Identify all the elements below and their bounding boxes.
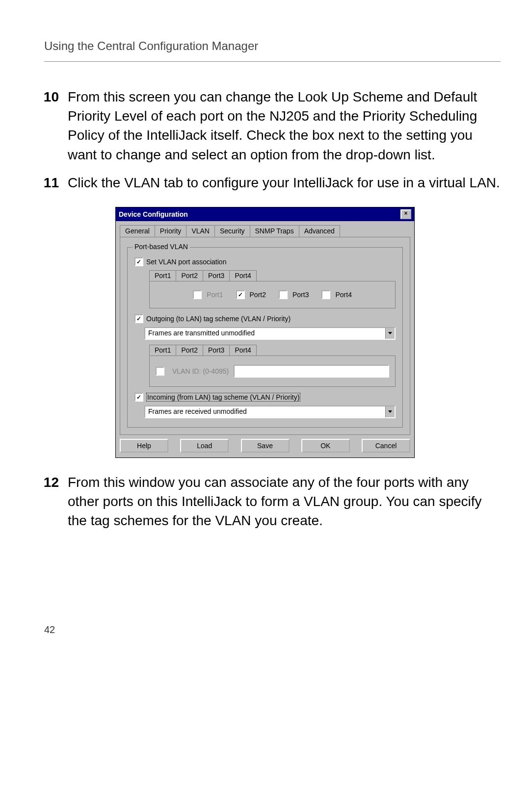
step-number: 10	[29, 87, 68, 164]
step-10: 10 From this screen you can change the L…	[29, 87, 501, 164]
incoming-dropdown[interactable]: Frames are received unmodified	[144, 406, 396, 418]
save-button[interactable]: Save	[241, 439, 290, 453]
port-tab-3[interactable]: Port3	[203, 270, 230, 281]
dialog-titlebar: Device Configuration ×	[116, 207, 414, 221]
assoc-port3-label: Port3	[292, 291, 309, 299]
groupbox-title: Port-based VLAN	[132, 243, 190, 251]
incoming-checkbox[interactable]	[134, 393, 143, 402]
incoming-dropdown-value: Frames are received unmodified	[145, 406, 385, 417]
vlanid-port-tab-2[interactable]: Port2	[176, 345, 203, 355]
port-tab-4[interactable]: Port4	[229, 270, 256, 281]
dropdown-arrow-icon[interactable]	[385, 328, 395, 339]
page-header: Using the Central Configuration Manager	[44, 39, 501, 53]
assoc-port2-checkbox[interactable]	[236, 290, 245, 299]
dialog-tabs: General Priority VLAN Security SNMP Trap…	[120, 225, 410, 237]
vlanid-label: VLAN ID: (0-4095)	[172, 367, 229, 375]
outgoing-dropdown-value: Frames are transmitted unmodified	[145, 328, 385, 339]
set-vlan-checkbox-row: Set VLAN port association	[134, 257, 396, 266]
step-text: From this screen you can change the Look…	[68, 87, 501, 164]
step-text: Click the VLAN tab to configure your Int…	[68, 173, 500, 192]
tab-snmp-traps[interactable]: SNMP Traps	[250, 225, 299, 237]
tab-advanced[interactable]: Advanced	[299, 225, 340, 237]
outgoing-checkbox[interactable]	[134, 314, 143, 323]
dialog-buttons: Help Load Save OK Cancel	[116, 439, 414, 457]
set-vlan-checkbox[interactable]	[134, 257, 143, 266]
assoc-port2-label: Port2	[250, 291, 266, 299]
page-number: 42	[44, 624, 55, 635]
step-11: 11 Click the VLAN tab to configure your …	[29, 173, 501, 192]
tab-content: Port-based VLAN Set VLAN port associatio…	[120, 237, 410, 435]
vlanid-port-tab-3[interactable]: Port3	[203, 345, 230, 355]
cancel-button[interactable]: Cancel	[362, 439, 410, 453]
help-button[interactable]: Help	[120, 439, 168, 453]
assoc-port3-checkbox[interactable]	[279, 290, 288, 299]
outgoing-label: Outgoing (to LAN) tag scheme (VLAN / Pri…	[146, 315, 291, 323]
tab-priority[interactable]: Priority	[155, 225, 187, 237]
step-number: 11	[29, 173, 68, 192]
assoc-port1-checkbox	[193, 290, 202, 299]
outgoing-dropdown[interactable]: Frames are transmitted unmodified	[144, 327, 396, 340]
load-button[interactable]: Load	[180, 439, 229, 453]
incoming-label: Incoming (from LAN) tag scheme (VLAN / P…	[146, 393, 300, 402]
tab-vlan[interactable]: VLAN	[186, 225, 215, 237]
assoc-port1-label: Port1	[207, 291, 223, 299]
port-tab-1[interactable]: Port1	[149, 270, 176, 281]
step-number: 12	[29, 473, 68, 531]
step-text: From this window you can associate any o…	[68, 473, 501, 531]
vlanid-port-tab-4[interactable]: Port4	[229, 345, 256, 355]
assoc-port4-label: Port4	[335, 291, 351, 299]
vlanid-port-tabs: Port1 Port2 Port3 Port4	[149, 345, 396, 355]
dialog-title: Device Configuration	[119, 210, 188, 218]
assoc-port4-checkbox[interactable]	[321, 290, 330, 299]
tab-security[interactable]: Security	[214, 225, 250, 237]
vlanid-panel: VLAN ID: (0-4095)	[149, 355, 396, 387]
close-button[interactable]: ×	[400, 209, 411, 219]
incoming-checkbox-row: Incoming (from LAN) tag scheme (VLAN / P…	[134, 393, 396, 402]
outgoing-checkbox-row: Outgoing (to LAN) tag scheme (VLAN / Pri…	[134, 314, 396, 323]
device-config-dialog: Device Configuration × General Priority …	[115, 207, 415, 458]
set-vlan-label: Set VLAN port association	[146, 258, 226, 266]
association-port-tabs: Port1 Port2 Port3 Port4	[149, 270, 396, 281]
association-panel: Port1 Port2 Port3 Port4	[149, 281, 396, 308]
header-rule	[44, 61, 501, 62]
vlanid-checkbox	[156, 367, 164, 376]
ok-button[interactable]: OK	[301, 439, 350, 453]
port-tab-2[interactable]: Port2	[176, 270, 203, 281]
vlanid-input[interactable]	[234, 365, 389, 378]
tab-general[interactable]: General	[120, 225, 155, 237]
step-12: 12 From this window you can associate an…	[29, 473, 501, 531]
dropdown-arrow-icon[interactable]	[385, 406, 395, 417]
port-based-vlan-group: Port-based VLAN Set VLAN port associatio…	[127, 247, 403, 428]
vlanid-port-tab-1[interactable]: Port1	[149, 345, 176, 355]
